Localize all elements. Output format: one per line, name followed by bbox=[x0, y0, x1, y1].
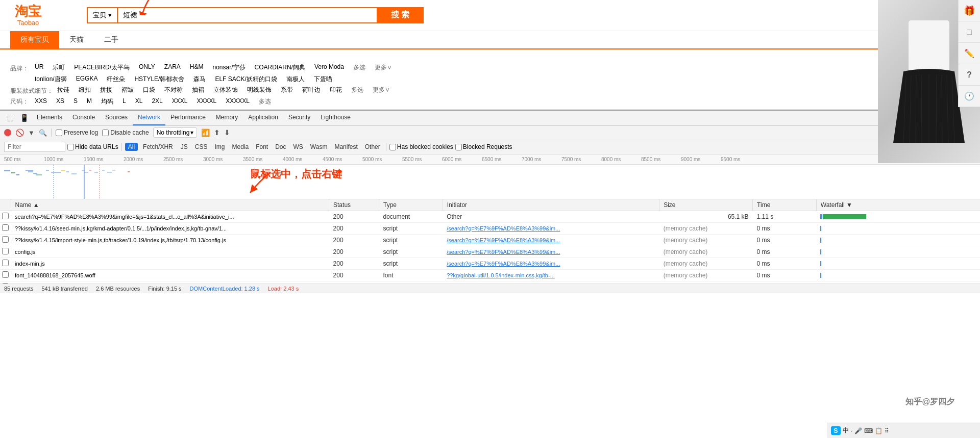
nav-item-all[interactable]: 所有宝贝 bbox=[10, 31, 59, 48]
brand-more[interactable]: 更多∨ bbox=[375, 63, 392, 72]
style-patchwork[interactable]: 拼接 bbox=[100, 86, 112, 94]
table-row[interactable]: ??kissy/k/1.4.16/seed-min.js,kg/kmd-adap… bbox=[0, 222, 980, 234]
hide-data-urls-cb[interactable]: Hide data URLs bbox=[67, 143, 118, 150]
style-button[interactable]: 纽扣 bbox=[79, 86, 91, 94]
style-belt[interactable]: 系带 bbox=[281, 86, 293, 94]
col-initiator[interactable]: Initiator bbox=[443, 199, 659, 211]
brand-only[interactable]: ONLY bbox=[139, 63, 155, 72]
filter-media[interactable]: Media bbox=[229, 143, 251, 151]
brand-eggka[interactable]: EGGKA bbox=[76, 75, 98, 84]
table-row[interactable]: config.js 200 script /search?q=%E7%9F%AD… bbox=[0, 246, 980, 257]
size-multiselect[interactable]: 多选 bbox=[259, 97, 271, 106]
filter-other[interactable]: Other bbox=[362, 143, 383, 151]
blocked-cookies-cb[interactable]: Has blocked cookies bbox=[389, 143, 453, 150]
brand-hm[interactable]: H&M bbox=[190, 63, 204, 72]
filter-img[interactable]: Img bbox=[212, 143, 227, 151]
brand-hstyle[interactable]: HSTYLE/韩都衣舍 bbox=[134, 75, 184, 84]
style-more[interactable]: 更多∨ bbox=[373, 86, 390, 94]
size-standard[interactable]: 均码 bbox=[101, 97, 113, 106]
brand-nanji[interactable]: 南极人 bbox=[286, 75, 305, 84]
filter-icon[interactable]: ▼ bbox=[28, 129, 35, 137]
brand-ur[interactable]: UR bbox=[35, 63, 43, 72]
size-3xl[interactable]: XXXL bbox=[172, 97, 188, 106]
brand-nonsar[interactable]: nonsar/宁莎 bbox=[213, 63, 246, 72]
size-xs[interactable]: XS bbox=[56, 97, 64, 106]
filter-all[interactable]: All bbox=[125, 143, 138, 151]
brand-senma[interactable]: 森马 bbox=[193, 75, 206, 84]
col-waterfall[interactable]: Waterfall ▼ bbox=[816, 199, 980, 211]
filter-doc[interactable]: Doc bbox=[273, 143, 288, 151]
filter-css[interactable]: CSS bbox=[192, 143, 210, 151]
brand-veromoda[interactable]: Vero Moda bbox=[314, 63, 344, 72]
size-xl[interactable]: XL bbox=[135, 97, 143, 106]
brand-elfsack[interactable]: ELF SACK/妖精的口袋 bbox=[215, 75, 277, 84]
style-topstitch[interactable]: 明线装饰 bbox=[247, 86, 272, 94]
col-type[interactable]: Type bbox=[379, 199, 443, 211]
style-gathered[interactable]: 抽褶 bbox=[192, 86, 204, 94]
sidebar-gift-btn[interactable]: 🎁 bbox=[959, 0, 980, 21]
size-xxs[interactable]: XXS bbox=[35, 97, 47, 106]
search-button[interactable]: 搜 索 bbox=[377, 7, 424, 23]
brand-xianziduo[interactable]: 纤丝朵 bbox=[107, 75, 125, 84]
style-multiselect[interactable]: 多选 bbox=[351, 86, 363, 94]
brand-peacebird[interactable]: PEACEBIRD/太平鸟 bbox=[74, 63, 130, 72]
table-row[interactable]: search?q=%E7%9F%AD%E8%A3%99&imgfile=&js=… bbox=[0, 211, 980, 222]
blocked-requests-cb[interactable]: Blocked Requests bbox=[455, 143, 512, 150]
tab-lighthouse[interactable]: Lighthouse bbox=[315, 111, 356, 125]
filter-manifest[interactable]: Manifest bbox=[332, 143, 360, 151]
export-icon[interactable]: ⬇ bbox=[224, 128, 230, 137]
col-size[interactable]: Size bbox=[659, 199, 753, 211]
style-zipper[interactable]: 拉链 bbox=[57, 86, 69, 94]
filter-ws[interactable]: WS bbox=[291, 143, 306, 151]
brand-leting[interactable]: 乐町 bbox=[53, 63, 65, 72]
tab-network[interactable]: Network bbox=[133, 111, 165, 125]
col-name[interactable]: Name ▲ bbox=[11, 199, 329, 211]
brand-multiselect[interactable]: 多选 bbox=[353, 63, 365, 72]
table-row[interactable]: font_1404888168_2057645.woff 200 font ??… bbox=[0, 269, 980, 281]
brand-zara[interactable]: ZARA bbox=[164, 63, 181, 72]
size-5xl[interactable]: XXXXXL bbox=[226, 97, 250, 106]
preserve-log-checkbox[interactable]: Preserve log bbox=[56, 129, 98, 136]
devtools-inspect-icon[interactable]: ⬚ bbox=[4, 111, 17, 125]
style-pocket[interactable]: 口袋 bbox=[143, 86, 155, 94]
col-time[interactable]: Time bbox=[753, 199, 817, 211]
size-m[interactable]: M bbox=[87, 97, 92, 106]
wifi-icon[interactable]: 📶 bbox=[201, 128, 210, 137]
size-l[interactable]: L bbox=[122, 97, 126, 106]
table-row[interactable]: ??kissy/k/1.4.15/import-style-min.js,tb/… bbox=[0, 234, 980, 246]
import-icon[interactable]: ⬆ bbox=[214, 128, 220, 137]
col-status[interactable]: Status bbox=[329, 199, 379, 211]
filter-js[interactable]: JS bbox=[178, 143, 190, 151]
brand-coardiarn[interactable]: COARDIARN/阔典 bbox=[255, 63, 305, 72]
filter-font[interactable]: Font bbox=[253, 143, 271, 151]
tab-console[interactable]: Console bbox=[67, 111, 100, 125]
sidebar-edit-btn[interactable]: ✏️ bbox=[959, 43, 980, 64]
style-ruffle[interactable]: 荷叶边 bbox=[302, 86, 321, 94]
style-3d[interactable]: 立体装饰 bbox=[213, 86, 238, 94]
sidebar-question-btn[interactable]: ? bbox=[959, 64, 980, 86]
record-btn[interactable] bbox=[4, 129, 11, 136]
devtools-device-icon[interactable]: 📱 bbox=[17, 111, 32, 125]
tab-application[interactable]: Application bbox=[243, 111, 283, 125]
filter-wasm[interactable]: Wasm bbox=[308, 143, 330, 151]
brand-tonlion[interactable]: tonlion/唐狮 bbox=[35, 75, 67, 84]
style-asymmetric[interactable]: 不对称 bbox=[164, 86, 183, 94]
tab-elements[interactable]: Elements bbox=[32, 111, 67, 125]
table-row[interactable]: index-min.js 200 script /search?q=%E7%9F… bbox=[0, 257, 980, 269]
filter-input[interactable] bbox=[4, 142, 65, 152]
style-print[interactable]: 印花 bbox=[330, 86, 342, 94]
sidebar-clock-btn[interactable]: 🕐 bbox=[959, 86, 980, 107]
search-category-dropdown[interactable]: 宝贝 ▾ bbox=[87, 7, 117, 23]
tab-performance[interactable]: Performance bbox=[165, 111, 211, 125]
nav-item-second[interactable]: 二手 bbox=[94, 31, 129, 48]
size-2xl[interactable]: 2XL bbox=[152, 97, 162, 106]
style-pleats[interactable]: 褶皱 bbox=[121, 86, 134, 94]
tab-memory[interactable]: Memory bbox=[211, 111, 243, 125]
clear-btn[interactable]: 🚫 bbox=[15, 128, 24, 137]
nav-item-tmall[interactable]: 天猫 bbox=[59, 31, 94, 48]
brand-xiadan[interactable]: 下蛋喵 bbox=[314, 75, 332, 84]
search-icon[interactable]: 🔍 bbox=[39, 129, 47, 137]
filter-fetch[interactable]: Fetch/XHR bbox=[140, 143, 176, 151]
sidebar-unknown-btn[interactable]: □ bbox=[959, 21, 980, 43]
disable-cache-checkbox[interactable]: Disable cache bbox=[102, 129, 149, 136]
